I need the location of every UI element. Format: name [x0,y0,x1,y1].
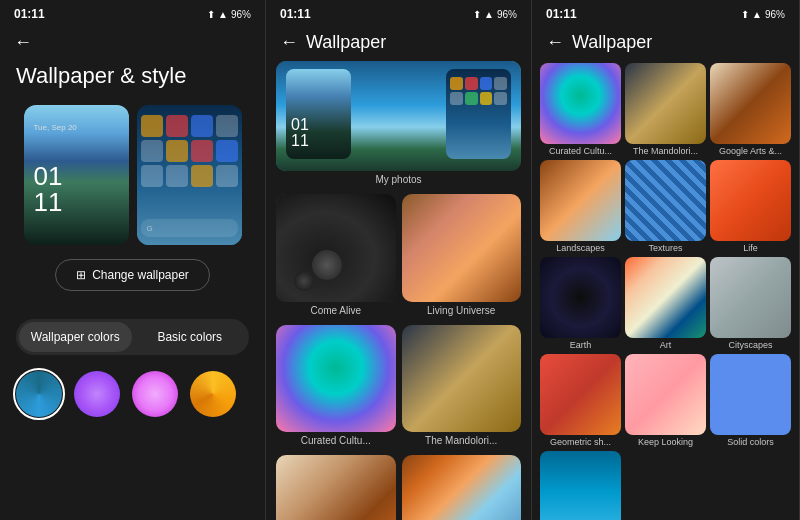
panel2-header: ← Wallpaper [266,28,531,57]
back-button-2[interactable]: ← [280,32,298,53]
cat-landscapes[interactable]: Landscapes [540,160,621,253]
category-landscapes[interactable]: Landscapes [402,455,522,520]
curated-label-3: Curated Cultu... [540,146,621,156]
geometric-label-3: Geometric sh... [540,437,621,447]
cat-seascapes[interactable]: Seascapes [540,451,621,520]
change-wallpaper-label: Change wallpaper [92,268,189,282]
cat-googlearts[interactable]: Google Arts &... [710,63,791,156]
swatch-pink[interactable] [132,371,178,417]
cat-geometric[interactable]: Geometric sh... [540,354,621,447]
solidcolors-label-3: Solid colors [710,437,791,447]
wallpaper-3col-grid: Curated Cultu... The Mandolori... Google… [532,57,799,520]
category-googlearts[interactable]: Google Arts &... [276,455,396,520]
swatch-yellow[interactable] [190,371,236,417]
swatch-blue[interactable] [16,371,62,417]
earth-thumb [540,257,621,338]
earth-label-3: Earth [540,340,621,350]
panel3-header: ← Wallpaper [532,28,799,57]
app-icon [216,115,238,137]
cat-cityscapes[interactable]: Cityscapes [710,257,791,350]
art-label-3: Art [625,340,706,350]
wallpaper-preview-container: Tue, Sep 20 0111 G [0,105,265,245]
myphoto-thumbnail[interactable]: 0111 [276,61,521,171]
status-bar-3: 01:11 ⬆ ▲ 96% [532,0,799,28]
googlearts-label-3: Google Arts &... [710,146,791,156]
lock-time: 0111 [34,163,63,215]
textures-thumb [625,160,706,241]
mandalorian-label: The Mandolori... [402,432,522,449]
swatch-purple[interactable] [74,371,120,417]
status-icons-1: ⬆ ▲ 96% [207,9,251,20]
livinguniverse-label: Living Universe [402,302,522,319]
cat-art[interactable]: Art [625,257,706,350]
tab-wallpaper-colors[interactable]: Wallpaper colors [19,322,132,352]
page-title-3: Wallpaper [572,32,652,53]
app-icon [216,140,238,162]
cityscapes-label-3: Cityscapes [710,340,791,350]
app-icon [166,140,188,162]
myphoto-section: 0111 My photos [276,61,521,188]
tab-basic-colors[interactable]: Basic colors [134,322,247,352]
app-icon [141,140,163,162]
page-title-1: Wallpaper & style [0,55,265,105]
signal-icon-3: ⬆ [741,9,749,20]
status-bar-1: 01:11 ⬆ ▲ 96% [0,0,265,28]
status-icons-3: ⬆ ▲ 96% [741,9,785,20]
keeplooking-thumb [625,354,706,435]
category-curated[interactable]: Curated Cultu... [276,325,396,450]
page-title-2: Wallpaper [306,32,386,53]
back-button-1[interactable]: ← [0,28,265,55]
battery-icon-3: 96% [765,9,785,20]
panel-wallpaper-categories: 01:11 ⬆ ▲ 96% ← Wallpaper Curated Cultu.… [532,0,800,520]
home-screen-preview[interactable]: G [137,105,242,245]
cat-curated[interactable]: Curated Cultu... [540,63,621,156]
status-icons-2: ⬆ ▲ 96% [473,9,517,20]
app-icon [191,140,213,162]
category-mandalorian[interactable]: The Mandolori... [402,325,522,450]
wifi-icon-1: ▲ [218,9,228,20]
life-label-3: Life [710,243,791,253]
app-icon [191,165,213,187]
lock-screen-preview[interactable]: Tue, Sep 20 0111 [24,105,129,245]
status-time-3: 01:11 [546,7,577,21]
mandalorian-label-3: The Mandolori... [625,146,706,156]
search-bar: G [147,224,153,233]
cat-solidcolors[interactable]: Solid colors [710,354,791,447]
app-icon [141,165,163,187]
color-swatches-row [0,371,265,417]
panel-wallpaper-list: 01:11 ⬆ ▲ 96% ← Wallpaper 0111 [266,0,532,520]
cat-earth[interactable]: Earth [540,257,621,350]
cat-keeplooking[interactable]: Keep Looking [625,354,706,447]
lock-date: Tue, Sep 20 [34,123,77,132]
cat-textures[interactable]: Textures [625,160,706,253]
wifi-icon-2: ▲ [484,9,494,20]
curated-thumb [540,63,621,144]
category-comealive[interactable]: Come Alive [276,194,396,319]
category-livinguniverse[interactable]: Living Universe [402,194,522,319]
home-icons-grid [141,115,238,187]
wifi-icon-3: ▲ [752,9,762,20]
back-button-3[interactable]: ← [546,32,564,53]
googlearts-thumb [710,63,791,144]
app-icon [166,115,188,137]
myphoto-label: My photos [276,171,521,188]
change-wallpaper-button[interactable]: ⊞ Change wallpaper [55,259,210,291]
battery-icon-1: 96% [231,9,251,20]
textures-label-3: Textures [625,243,706,253]
cat-mandalorian[interactable]: The Mandolori... [625,63,706,156]
status-time-2: 01:11 [280,7,311,21]
art-thumb [625,257,706,338]
app-icon [216,165,238,187]
geometric-thumb [540,354,621,435]
change-wallpaper-icon: ⊞ [76,268,86,282]
panel-wallpaper-style: 01:11 ⬆ ▲ 96% ← Wallpaper & style Tue, S… [0,0,266,520]
status-time-1: 01:11 [14,7,45,21]
color-tab-row: Wallpaper colors Basic colors [16,319,249,355]
app-icon [191,115,213,137]
signal-icon-2: ⬆ [473,9,481,20]
signal-icon-1: ⬆ [207,9,215,20]
battery-icon-2: 96% [497,9,517,20]
solidcolors-thumb [710,354,791,435]
cat-life[interactable]: Life [710,160,791,253]
curated-label: Curated Cultu... [276,432,396,449]
